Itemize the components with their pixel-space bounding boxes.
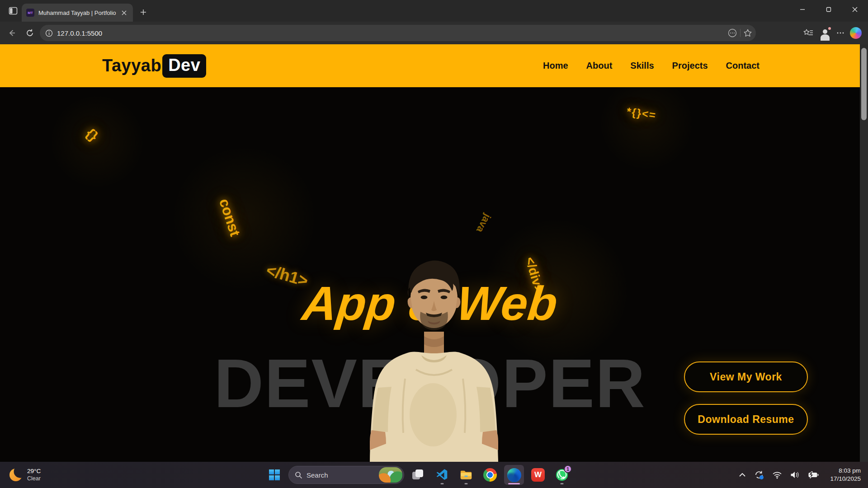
presence-dot <box>827 26 832 31</box>
portrait-photo <box>362 243 506 462</box>
whatsapp-badge: 1 <box>564 465 572 473</box>
weather-temp: 29°C <box>27 468 41 475</box>
search-icon <box>295 471 302 479</box>
file-explorer-button[interactable] <box>456 465 476 485</box>
wps-office-button[interactable]: W <box>528 465 548 485</box>
bookmark-star-icon[interactable] <box>743 28 752 38</box>
new-tab-icon[interactable] <box>137 6 149 18</box>
profile-avatar[interactable] <box>819 27 831 39</box>
clock-time: 8:03 pm <box>839 467 861 475</box>
reload-icon[interactable] <box>23 26 37 40</box>
settings-more-icon[interactable] <box>836 29 844 37</box>
taskbar-search[interactable]: Search <box>288 466 404 484</box>
address-bar[interactable]: 127.0.0.1:5500 <box>40 25 756 41</box>
file-explorer-icon <box>459 468 473 482</box>
site-info-icon[interactable] <box>45 29 53 37</box>
view-work-button[interactable]: View My Work <box>684 361 808 392</box>
search-label: Search <box>307 471 375 479</box>
tray-chevron-icon[interactable] <box>736 466 748 484</box>
browser-toolbar: 127.0.0.1:5500 <box>0 22 868 44</box>
close-button[interactable] <box>842 0 868 19</box>
clock-date: 17/10/2025 <box>830 475 861 483</box>
divider <box>740 29 741 37</box>
edge-icon <box>507 468 521 482</box>
url-text[interactable]: 127.0.0.1:5500 <box>57 29 727 37</box>
windows-logo-icon <box>269 469 280 480</box>
download-resume-button[interactable]: Download Resume <box>684 404 808 435</box>
site-header: Tayyab Dev Home About Skills Projects Co… <box>0 44 860 87</box>
nav-link-skills[interactable]: Skills <box>630 61 654 71</box>
browser-tab[interactable]: MT Muhammad Tayyab | Portfolio <box>22 4 133 22</box>
scrollbar-thumb[interactable] <box>861 48 867 120</box>
code-decoration-braces: {} <box>83 126 101 144</box>
weather-widget[interactable]: 29°C Clear <box>6 465 43 485</box>
update-sync-icon[interactable] <box>751 466 767 484</box>
page-scrollbar[interactable] <box>860 44 868 462</box>
code-decoration-operators: *{}<= <box>626 105 657 122</box>
clear-night-icon <box>9 468 23 482</box>
tab-title: Muhammad Tayyab | Portfolio <box>38 9 119 16</box>
vscode-button[interactable] <box>432 465 452 485</box>
permissions-icon[interactable] <box>727 28 737 38</box>
taskbar-center: Search <box>264 465 572 485</box>
toolbar-right <box>803 25 862 41</box>
battery-charging-icon[interactable] <box>805 466 821 484</box>
logo-text-second: Dev <box>162 54 206 78</box>
code-decoration-const: const <box>216 197 244 239</box>
volume-icon[interactable] <box>788 466 802 484</box>
minimize-button[interactable] <box>789 0 816 19</box>
site-favicon: MT <box>26 9 34 17</box>
site-logo[interactable]: Tayyab Dev <box>102 54 206 78</box>
wifi-icon[interactable] <box>770 466 784 484</box>
back-icon[interactable] <box>5 26 19 40</box>
tab-actions-icon[interactable] <box>6 5 20 17</box>
system-tray: 8:03 pm 17/10/2025 <box>736 465 863 485</box>
chrome-icon <box>483 468 497 482</box>
code-decoration-java: java <box>474 212 493 235</box>
tab-close-icon[interactable] <box>119 8 128 17</box>
vscode-icon <box>436 469 448 481</box>
screen: MT Muhammad Tayyab | Portfolio <box>0 0 868 488</box>
task-view-icon <box>412 469 424 481</box>
copilot-icon[interactable] <box>850 27 862 39</box>
site-nav: Home About Skills Projects Contact <box>543 61 760 71</box>
nav-link-about[interactable]: About <box>586 61 613 71</box>
edge-button[interactable] <box>504 465 524 485</box>
taskbar-clock[interactable]: 8:03 pm 17/10/2025 <box>827 466 863 483</box>
window-controls <box>789 0 868 19</box>
taskbar: 29°C Clear Search <box>0 462 868 488</box>
nav-link-home[interactable]: Home <box>543 61 568 71</box>
wps-office-icon: W <box>531 468 545 482</box>
bing-daily-image[interactable] <box>379 467 402 483</box>
maximize-button[interactable] <box>816 0 842 19</box>
weather-condition: Clear <box>27 475 41 483</box>
logo-text-first: Tayyab <box>102 56 161 75</box>
chrome-button[interactable] <box>480 465 500 485</box>
hero-section: DEVELOPER {} *{}<= const </h1> java </di… <box>0 87 860 462</box>
browser-tabstrip: MT Muhammad Tayyab | Portfolio <box>0 0 868 22</box>
favorites-icon[interactable] <box>803 28 814 38</box>
whatsapp-button[interactable]: 1 <box>552 465 572 485</box>
nav-link-contact[interactable]: Contact <box>726 61 760 71</box>
start-button[interactable] <box>264 465 284 485</box>
task-view-button[interactable] <box>408 465 428 485</box>
nav-link-projects[interactable]: Projects <box>672 61 708 71</box>
